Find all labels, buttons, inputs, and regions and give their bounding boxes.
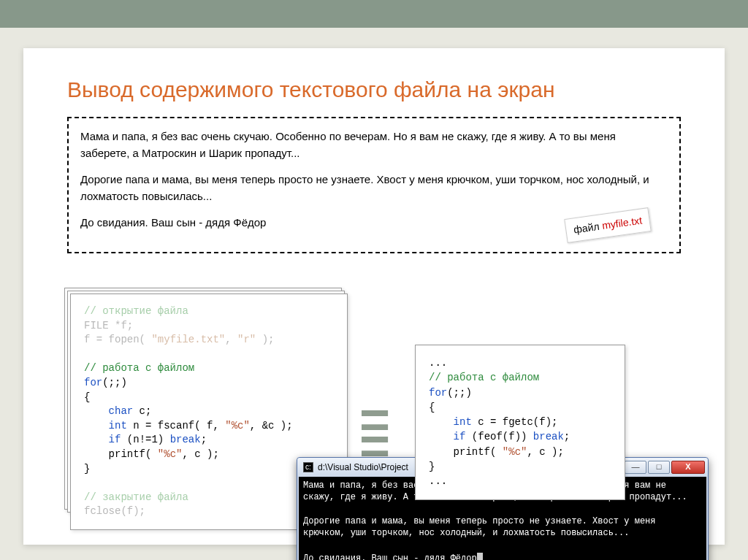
code-line: n = fscanf( f, [127, 420, 225, 431]
file-label-name: myfile.txt [601, 214, 643, 231]
code-line: (feof(f)) [465, 431, 533, 442]
code-string: "%c" [225, 420, 250, 431]
code-line: ); [256, 334, 274, 345]
code-line: c; [133, 405, 151, 417]
code-keyword: break [170, 434, 201, 445]
maximize-button[interactable]: □ [648, 461, 670, 474]
code-keyword: if [429, 431, 465, 442]
code-line: ; [564, 431, 570, 442]
code-line: fclose(f); [84, 505, 145, 517]
code-line: } [84, 463, 90, 475]
code-keyword: int [84, 420, 127, 431]
code-line: f = fopen( [84, 334, 151, 345]
code-keyword: if [84, 434, 121, 445]
code-line: { [429, 402, 435, 413]
code-line: ; [201, 434, 207, 445]
window-buttons: — □ X [625, 461, 705, 474]
code-comment: // закрытие файла [84, 491, 188, 503]
code-keyword: char [84, 405, 133, 417]
code-line: , c ); [182, 448, 218, 460]
code-string: "myfile.txt" [151, 334, 225, 345]
code-line: , &c ); [250, 420, 293, 431]
cursor-icon [477, 553, 483, 560]
slide-title: Вывод содержимого текстового файла на эк… [67, 77, 681, 102]
top-bar [0, 0, 748, 28]
code-comment: // работа с файлом [429, 372, 539, 383]
file-name-label: файл myfile.txt [564, 207, 652, 243]
code-line: (;;) [447, 387, 472, 399]
code-line: FILE *f; [84, 320, 133, 331]
code-dots: ... [429, 475, 447, 487]
code-keyword: for [84, 377, 102, 388]
file-paragraph: Дорогие папа и мама, вы меня теперь прос… [80, 172, 668, 204]
code-string: "r" [237, 334, 256, 345]
code-keyword: for [429, 387, 447, 399]
code-line: printf( [84, 448, 158, 460]
code-line: , c ); [527, 446, 563, 458]
code-line: } [429, 461, 435, 472]
code-line: printf( [429, 446, 503, 458]
code-keyword: int [429, 416, 472, 428]
code-line: , [225, 334, 237, 345]
code-line: (n!=1) [121, 434, 169, 445]
code-line: (;;) [102, 377, 127, 388]
file-paragraph: Мама и папа, я без вас очень скучаю. Осо… [80, 129, 668, 161]
minimize-button[interactable]: — [625, 461, 646, 474]
code-comment: // работа с файлом [84, 362, 194, 374]
code-keyword: break [533, 431, 564, 442]
code-block-alt: ... // работа с файлом for(;;) { int c =… [415, 345, 625, 500]
code-line: { [84, 391, 90, 403]
slide: Вывод содержимого текстового файла на эк… [23, 48, 725, 545]
console-icon: c: [303, 462, 313, 472]
close-button[interactable]: X [671, 461, 705, 474]
code-dots: ... [429, 357, 447, 369]
code-string: "%c" [158, 448, 183, 460]
code-comment: // открытие файла [84, 305, 188, 317]
code-line: c = fgetc(f); [472, 416, 558, 428]
equals-sign: = = [359, 406, 390, 459]
code-string: "%c" [503, 446, 527, 458]
file-label-prefix: файл [573, 220, 603, 235]
file-content-box: Мама и папа, я без вас очень скучаю. Осо… [67, 117, 681, 253]
